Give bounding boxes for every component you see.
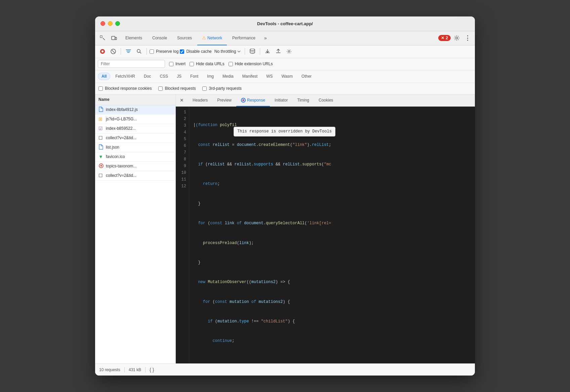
svg-line-8: [112, 50, 115, 53]
third-party-requests-input[interactable]: [202, 86, 207, 91]
file-list-header: Name: [95, 94, 175, 105]
export-btn[interactable]: [274, 47, 283, 56]
tab-bar: Elements Console Sources ⚠ Network Perfo…: [95, 31, 475, 45]
code-area[interactable]: 1 2 3 4 5 6 7 8 9 10 11 12: [176, 107, 475, 364]
type-btn-font[interactable]: Font: [187, 73, 202, 80]
panel-close-btn[interactable]: ✕: [177, 95, 187, 105]
format-btn[interactable]: { }: [150, 367, 154, 373]
file-item-8[interactable]: ☐ collect?v=2&tid...: [95, 171, 175, 181]
error-count: 2: [446, 36, 448, 40]
error-badge[interactable]: ✕ 2: [438, 35, 451, 41]
search-btn[interactable]: [134, 47, 144, 56]
svg-point-4: [456, 37, 458, 39]
svg-point-14: [288, 51, 290, 52]
tab-network[interactable]: ⚠ Network: [197, 31, 227, 45]
preserve-log-checkbox[interactable]: Preserve log: [150, 49, 178, 54]
panel-tab-headers[interactable]: Headers: [188, 94, 212, 107]
response-dot-inner: [242, 99, 244, 101]
type-btn-all[interactable]: All: [98, 73, 110, 80]
error-x-icon: ✕: [441, 36, 444, 40]
maximize-button[interactable]: [115, 21, 120, 26]
invert-checkbox[interactable]: Invert: [169, 62, 186, 66]
file-item-2[interactable]: ⊞ js?id=G-LB75G...: [95, 115, 175, 124]
clear-btn[interactable]: [109, 47, 118, 56]
type-btn-js[interactable]: JS: [173, 73, 185, 80]
tab-console[interactable]: Console: [148, 31, 172, 45]
hide-data-urls-checkbox[interactable]: Hide data URLs: [190, 62, 225, 66]
panel-tab-timing[interactable]: Timing: [292, 94, 314, 107]
type-btn-other[interactable]: Other: [298, 73, 315, 80]
type-btn-doc[interactable]: Doc: [140, 73, 155, 80]
toolbar-settings-btn[interactable]: [284, 47, 294, 56]
import-btn[interactable]: [263, 47, 272, 56]
svg-line-10: [140, 52, 141, 53]
filter-input[interactable]: [98, 60, 165, 68]
stop-recording-btn[interactable]: [98, 47, 107, 56]
preserve-log-input[interactable]: [150, 49, 154, 54]
file-name-2: js?id=G-LB75G...: [106, 117, 137, 121]
device-toggle-icon[interactable]: [109, 33, 119, 43]
blocked-response-cookies-input[interactable]: [98, 86, 103, 91]
type-btn-fetch-xhr[interactable]: Fetch/XHR: [112, 73, 139, 80]
type-btn-css[interactable]: CSS: [156, 73, 172, 80]
network-conditions-btn[interactable]: [248, 47, 257, 56]
status-divider: [124, 367, 125, 373]
blocked-requests-input[interactable]: [158, 86, 163, 91]
more-menu-icon[interactable]: ⋮: [463, 33, 472, 43]
toolbar-divider-3: [245, 48, 245, 55]
panel-tabs: ✕ Headers Preview Response Initiat: [176, 94, 475, 107]
response-dot: [241, 98, 246, 103]
file-item-5[interactable]: list.json: [95, 143, 175, 152]
type-btn-media[interactable]: Media: [219, 73, 237, 80]
panel-tab-preview[interactable]: Preview: [212, 94, 236, 107]
panel-tab-cookies[interactable]: Cookies: [314, 94, 338, 107]
tab-performance[interactable]: Performance: [228, 31, 260, 45]
file-icon-3: ☑: [98, 126, 104, 131]
tab-elements[interactable]: Elements: [121, 31, 147, 45]
close-button[interactable]: [100, 21, 105, 26]
type-btn-manifest[interactable]: Manifest: [239, 73, 261, 80]
code-line-8: }: [193, 260, 471, 266]
inspect-icon[interactable]: [98, 33, 107, 43]
blocked-response-cookies-checkbox[interactable]: Blocked response cookies: [98, 86, 152, 91]
minimize-button[interactable]: [108, 21, 113, 26]
svg-rect-3: [115, 37, 117, 40]
traffic-lights: [100, 21, 120, 26]
file-item-3[interactable]: ☑ index-b859522...: [95, 124, 175, 133]
line-numbers: 1 2 3 4 5 6 7 8 9 10 11 12: [176, 107, 189, 364]
devtools-body: Elements Console Sources ⚠ Network Perfo…: [95, 31, 475, 376]
disable-cache-checkbox[interactable]: Disable cache: [180, 49, 211, 54]
type-btn-ws[interactable]: WS: [262, 73, 276, 80]
code-line-3: if (relList && relList.supports && relLi…: [193, 161, 471, 168]
code-lines: |(function polyfil This response is over…: [189, 107, 475, 364]
settings-icon-btn[interactable]: [452, 33, 461, 43]
file-icon-6: ▼: [98, 154, 104, 159]
file-icon-5: [98, 144, 104, 151]
tab-sources[interactable]: Sources: [172, 31, 197, 45]
hide-extension-urls-checkbox[interactable]: Hide extension URLs: [229, 62, 273, 66]
file-item-6[interactable]: ▼ favicon.ico: [95, 152, 175, 162]
panel-tab-initiator[interactable]: Initiator: [270, 94, 292, 107]
panel-tab-response[interactable]: Response: [236, 94, 270, 107]
file-name-7: topics-taxonom...: [106, 164, 136, 168]
file-name-1: index-8bfa4912.js: [106, 107, 138, 112]
file-item-7[interactable]: topics-taxonom...: [95, 162, 175, 171]
code-line-11: if (mutation.type !== "childList") {: [193, 318, 471, 325]
hide-extension-urls-input[interactable]: [229, 62, 233, 66]
invert-input[interactable]: [169, 62, 173, 66]
toolbar: Preserve log Disable cache No throttling: [95, 45, 475, 58]
hide-data-urls-input[interactable]: [190, 62, 194, 66]
type-btn-wasm[interactable]: Wasm: [278, 73, 297, 80]
more-tabs-icon[interactable]: »: [261, 33, 270, 43]
type-btn-img[interactable]: Img: [203, 73, 217, 80]
file-item-1[interactable]: index-8bfa4912.js: [95, 105, 175, 115]
code-line-9: new MutationObserver((mutations2) => {: [193, 279, 471, 286]
blocked-requests-checkbox[interactable]: Blocked requests: [158, 86, 196, 91]
throttle-select[interactable]: No throttling: [213, 48, 242, 54]
third-party-requests-checkbox[interactable]: 3rd-party requests: [202, 86, 241, 91]
disable-cache-input[interactable]: [180, 49, 184, 54]
filter-bar: Invert Hide data URLs Hide extension URL…: [95, 58, 475, 70]
filter-btn[interactable]: [124, 47, 133, 56]
devtools-window: DevTools - coffee-cart.app/ Elements: [95, 16, 475, 376]
file-item-4[interactable]: ☐ collect?v=2&tid...: [95, 133, 175, 143]
